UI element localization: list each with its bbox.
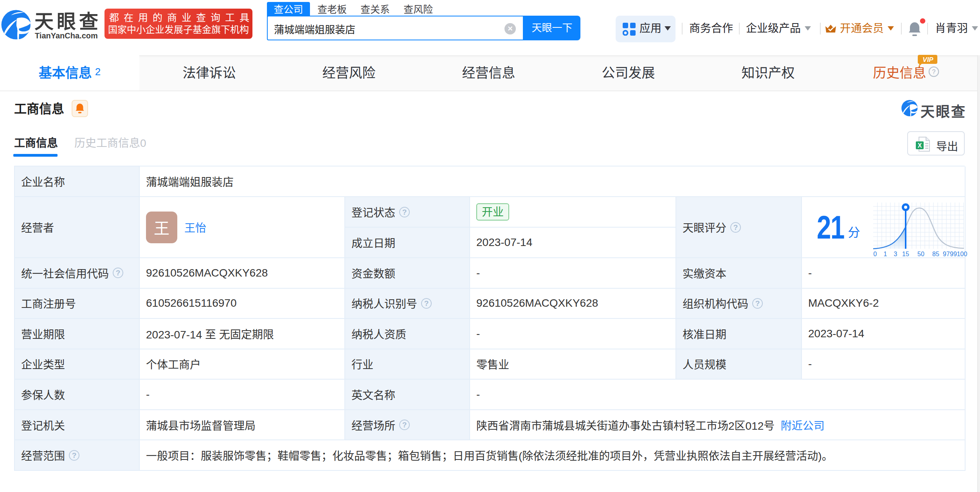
svg-text:1: 1 [884, 251, 887, 257]
svg-text:3: 3 [894, 251, 897, 257]
svg-text:85: 85 [932, 251, 939, 257]
svg-text:VIP: VIP [922, 56, 933, 63]
svg-text:X: X [918, 142, 922, 149]
svg-text:15: 15 [902, 251, 909, 257]
svg-text:100: 100 [957, 251, 967, 257]
svg-text:97: 97 [943, 251, 950, 257]
svg-text:?: ? [932, 69, 936, 75]
svg-text:0: 0 [874, 251, 877, 257]
svg-text:50: 50 [917, 251, 924, 257]
svg-text:99: 99 [950, 251, 957, 257]
